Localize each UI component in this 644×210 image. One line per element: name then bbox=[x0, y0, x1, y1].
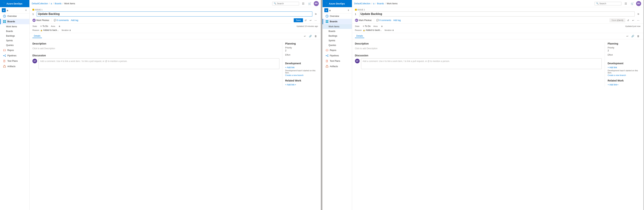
sidebar-item-overview-panel2[interactable]: Overview bbox=[322, 14, 352, 19]
copy-button-panel1[interactable]: ⧉ bbox=[314, 12, 318, 16]
details-link-panel2[interactable]: Details bbox=[355, 34, 364, 38]
assigned-user-panel2[interactable]: MP Mark Pleskac bbox=[355, 19, 372, 22]
sidebar-item-pipelines-panel2[interactable]: Pipelines bbox=[322, 53, 352, 58]
sidebar-item-queries-panel2[interactable]: Queries bbox=[322, 43, 352, 48]
breadcrumb-project-panel1[interactable]: a bbox=[51, 2, 52, 5]
save-button-panel2[interactable]: Save (Ctrl+S) bbox=[610, 18, 625, 22]
related-add-link-panel2[interactable]: + Add link ▾ bbox=[608, 83, 640, 86]
sidebar-item-backlogs-panel2[interactable]: Backlogs bbox=[322, 34, 352, 38]
lock-icon-panel1: 🔒 bbox=[40, 29, 42, 31]
shopping-icon-panel1[interactable]: 🛒 bbox=[307, 1, 312, 6]
title-input-panel1[interactable] bbox=[37, 12, 312, 17]
related-add-link-panel1[interactable]: + Add link ▾ bbox=[285, 83, 318, 86]
priority-label-panel1: Priority bbox=[285, 47, 318, 49]
undo-button-panel1[interactable]: ↩ bbox=[308, 18, 313, 23]
fields-row2-panel2: Reason 🔒 Added to backl... Iteration a bbox=[352, 29, 644, 33]
state-dot-panel1 bbox=[40, 26, 42, 27]
search-box-panel2[interactable]: 🔍 bbox=[594, 2, 622, 6]
iteration-value-panel2[interactable]: a bbox=[392, 29, 394, 31]
body-area-panel2: Description Click to add Description Dis… bbox=[352, 39, 644, 90]
shopping-icon-panel2[interactable]: 🛒 bbox=[630, 1, 635, 6]
add-tag-panel1[interactable]: Add tag bbox=[71, 19, 78, 22]
sidebar-item-boards-panel2[interactable]: Boards bbox=[322, 29, 352, 34]
breadcrumb-boards-panel2[interactable]: Boards bbox=[377, 2, 384, 5]
history-icon-btn-panel2[interactable]: ↩ bbox=[625, 34, 630, 38]
sidebar-item-queries-panel1[interactable]: Queries bbox=[0, 43, 30, 48]
breadcrumb-project-panel2[interactable]: a bbox=[373, 2, 374, 5]
user-avatar-panel1[interactable]: MH bbox=[314, 1, 319, 6]
state-value-panel1[interactable]: To Do bbox=[40, 25, 48, 28]
list-icon-panel2[interactable]: ☷ bbox=[623, 1, 628, 6]
area-value-panel1[interactable]: a bbox=[59, 25, 60, 28]
assigned-user-panel1[interactable]: MP Mark Pleskac bbox=[32, 19, 49, 22]
comments-link-panel1[interactable]: 💬 0 comments bbox=[54, 19, 69, 22]
effort-value-panel2[interactable] bbox=[608, 57, 640, 59]
sidebar-item-repos-panel2[interactable]: Repos bbox=[322, 48, 352, 53]
sidebar-item-pipelines-panel1[interactable]: Pipelines bbox=[0, 53, 30, 58]
copy-button-panel2[interactable]: ⧉ bbox=[636, 12, 640, 16]
save-button-panel1[interactable]: Save bbox=[294, 18, 303, 22]
undo-button-panel2[interactable]: ↩ bbox=[631, 18, 636, 23]
assigned-avatar-panel2: MP bbox=[355, 19, 358, 22]
history-icon-btn-panel1[interactable]: ↩ bbox=[303, 34, 307, 38]
list-icon-panel1[interactable]: ☷ bbox=[301, 1, 306, 6]
breadcrumb-boards-panel1[interactable]: Boards bbox=[55, 2, 62, 5]
pipelines-icon-2 bbox=[326, 54, 328, 57]
description-placeholder-panel1[interactable]: Click to add Description bbox=[32, 47, 279, 51]
sidebar-item-artifacts-panel2[interactable]: Artifacts bbox=[322, 64, 352, 69]
development-section-panel2: Development + Add link Development hasn'… bbox=[608, 62, 640, 76]
comment-input-panel2[interactable]: Add a comment. Use # to link a work item… bbox=[361, 58, 602, 69]
create-branch-panel2[interactable]: Create a new branch bbox=[608, 74, 640, 76]
sidebar-item-sprints-panel1[interactable]: Sprints bbox=[0, 38, 30, 43]
sidebar-item-overview-panel1[interactable]: Overview bbox=[0, 14, 30, 19]
breadcrumb-collection-panel2[interactable]: DefaultCollection bbox=[354, 2, 370, 5]
sidebar-item-test-plans-panel2[interactable]: Test Plans bbox=[322, 58, 352, 64]
title-input-panel2[interactable] bbox=[359, 12, 635, 17]
add-project-button-panel2[interactable]: + bbox=[347, 9, 350, 12]
discussion-title-panel2: Discussion bbox=[355, 54, 602, 57]
svg-point-16 bbox=[328, 55, 328, 55]
details-link-panel1[interactable]: Details bbox=[32, 34, 42, 38]
more-button-panel1[interactable]: ⋯ bbox=[314, 18, 318, 23]
search-box-panel1[interactable]: 🔍 bbox=[272, 2, 299, 6]
effort-value-panel1[interactable] bbox=[285, 57, 318, 59]
sidebar-item-work-items-panel2[interactable]: Work Items bbox=[322, 24, 352, 29]
sidebar-item-backlogs-panel1[interactable]: Backlogs bbox=[0, 34, 30, 38]
delete-icon-btn-panel2[interactable]: 🗑 bbox=[636, 34, 640, 38]
description-placeholder-panel2[interactable]: Click to add Description bbox=[355, 47, 602, 51]
comments-link-panel2[interactable]: 💬 0 comments bbox=[376, 19, 391, 22]
more-button-panel2[interactable]: ⋯ bbox=[636, 18, 640, 23]
add-tag-panel2[interactable]: Add tag bbox=[393, 19, 401, 22]
area-value-panel2[interactable]: a bbox=[381, 25, 382, 28]
link-icon-btn-panel2[interactable]: 🔗 bbox=[630, 34, 635, 38]
breadcrumb-collection-panel1[interactable]: DefaultCollection bbox=[32, 2, 48, 5]
add-project-button-panel1[interactable]: + bbox=[24, 9, 28, 12]
comment-input-panel1[interactable]: Add a comment. Use # to link a work item… bbox=[38, 58, 279, 69]
sidebar-item-work-items-panel1[interactable]: Work Items bbox=[0, 24, 30, 29]
search-input-panel1[interactable] bbox=[277, 2, 298, 5]
sidebar-item-repos-panel1[interactable]: Repos bbox=[0, 48, 30, 53]
sidebar-item-test-plans-panel1[interactable]: Test Plans bbox=[0, 58, 30, 64]
project-avatar-panel1: a bbox=[2, 8, 6, 12]
iteration-value-panel1[interactable]: a bbox=[70, 29, 71, 31]
sidebar-item-boards-panel1[interactable]: Boards bbox=[0, 29, 30, 34]
priority-value-panel2[interactable]: 2 bbox=[608, 49, 640, 52]
delete-icon-btn-panel1[interactable]: 🗑 bbox=[314, 34, 318, 38]
sidebar-item-boards-group-panel1[interactable]: Boards bbox=[0, 19, 30, 24]
reason-value-panel1[interactable]: 🔒 Added to back... bbox=[40, 29, 59, 31]
dev-add-link-panel2[interactable]: + Add link bbox=[608, 66, 640, 69]
refresh-button-panel2[interactable]: ↺ bbox=[626, 18, 630, 23]
link-icon-btn-panel1[interactable]: 🔗 bbox=[308, 34, 313, 38]
sidebar-item-sprints-panel2[interactable]: Sprints bbox=[322, 38, 352, 43]
dev-add-link-panel1[interactable]: + Add link bbox=[285, 66, 318, 69]
search-input-panel2[interactable] bbox=[600, 2, 620, 5]
sidebar-item-boards-group-panel2[interactable]: Boards bbox=[322, 19, 352, 24]
create-branch-panel1[interactable]: Create a new branch bbox=[285, 74, 318, 76]
user-avatar-panel2[interactable]: MH bbox=[636, 1, 641, 6]
sidebar-item-artifacts-panel1[interactable]: Artifacts bbox=[0, 64, 30, 69]
priority-value-panel1[interactable]: 2 bbox=[285, 49, 318, 52]
action-bar-panel1: MP Mark Pleskac 💬 0 comments Add tag Sav… bbox=[30, 17, 321, 24]
state-value-panel2[interactable]: To Do bbox=[363, 25, 370, 28]
refresh-button-panel1[interactable]: ↺ bbox=[303, 18, 308, 23]
reason-value-panel2[interactable]: 🔒 Added to backl... bbox=[363, 29, 382, 31]
